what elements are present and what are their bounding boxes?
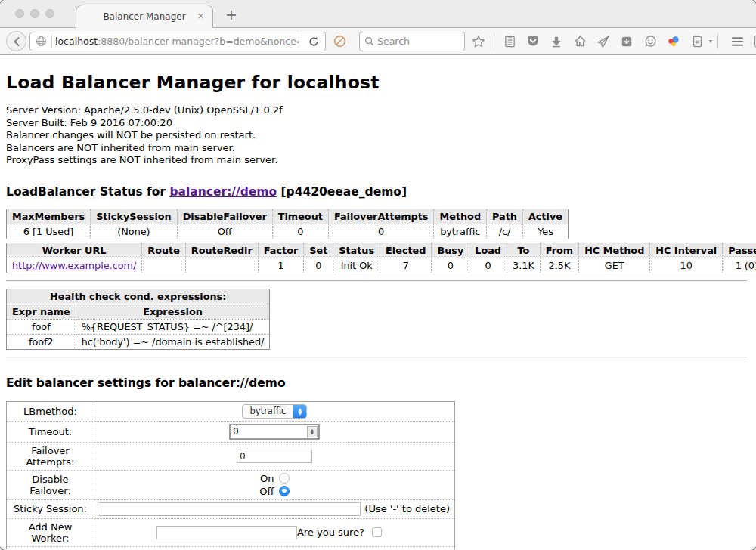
apps-grid-icon[interactable] xyxy=(751,32,756,51)
radio-on[interactable] xyxy=(279,473,290,484)
health-table-title: Health check cond. expressions: xyxy=(7,289,270,304)
timeout-cell: ▲▼ xyxy=(94,421,454,442)
timeout-label: Timeout: xyxy=(7,421,94,442)
balancer-column-header: MaxMembers xyxy=(7,209,91,224)
lbmethod-select[interactable]: bytraffic ▲▼ xyxy=(242,404,308,419)
radio-off-label: Off xyxy=(259,486,274,497)
feedback-smiley-icon[interactable] xyxy=(640,32,660,51)
failover-attempts-input[interactable] xyxy=(237,450,312,463)
worker-cell: 0 xyxy=(432,258,469,273)
zoom-window-button[interactable] xyxy=(45,9,54,18)
radio-off[interactable] xyxy=(279,486,290,496)
downloads-icon[interactable] xyxy=(547,32,566,51)
number-spinner-icon[interactable]: ▲▼ xyxy=(307,426,318,437)
home-icon[interactable] xyxy=(570,32,590,51)
status-heading-prefix: LoadBalancer Status for xyxy=(6,185,169,199)
notebook-icon[interactable] xyxy=(687,32,707,51)
worker-cell: 7 xyxy=(380,258,432,273)
sticky-session-hint: (Use '-' to delete) xyxy=(364,503,451,514)
site-identity-globe-icon[interactable] xyxy=(33,32,48,51)
add-worker-label: Add New Worker: xyxy=(7,518,94,546)
new-tab-button[interactable]: + xyxy=(225,6,237,23)
worker-url-link[interactable]: http://www.example.com/ xyxy=(12,260,136,271)
worker-column-header: RouteRedir xyxy=(185,243,258,258)
page-title: Load Balancer Manager for localhost xyxy=(6,72,747,93)
bookmark-star-icon[interactable] xyxy=(469,32,488,51)
url-bar[interactable]: localhost:8880/balancer-manager?b=demo&n… xyxy=(29,32,326,51)
health-column-header: Expression xyxy=(76,304,270,319)
worker-cell: 3.1K xyxy=(507,258,541,273)
worker-cell: 2.5K xyxy=(540,258,578,273)
balancer-demo-link[interactable]: balancer://demo xyxy=(169,185,277,199)
sticky-session-cell: (Use '-' to delete) xyxy=(94,499,454,518)
close-window-button[interactable] xyxy=(15,9,24,18)
balancer-cell: 6 [1 Used] xyxy=(7,224,91,239)
balancer-column-header: StickySession xyxy=(91,209,178,224)
loadbalancer-status-heading: LoadBalancer Status for balancer://demo … xyxy=(6,185,747,199)
urlbar-separator xyxy=(302,35,302,48)
worker-column-header: Status xyxy=(333,243,380,258)
sticky-session-label: Sticky Session: xyxy=(7,499,94,518)
minimize-window-button[interactable] xyxy=(30,9,39,18)
notebook-dropdown-caret-icon[interactable]: ▾ xyxy=(709,38,712,45)
window-controls xyxy=(15,9,54,18)
color-dots-icon[interactable] xyxy=(664,32,683,51)
submit-button[interactable]: Submit xyxy=(207,549,255,550)
worker-column-header: Elected xyxy=(380,243,432,258)
worker-table: Worker URLRouteRouteRedirFactorSetStatus… xyxy=(6,243,756,273)
submit-cell: Submit xyxy=(7,546,455,549)
save-box-icon[interactable] xyxy=(617,32,637,51)
reload-icon[interactable] xyxy=(305,32,322,51)
health-table-header-row: Expr name Expression xyxy=(7,304,270,319)
worker-cell: 10 xyxy=(650,258,723,273)
tab-close-icon[interactable]: × xyxy=(197,11,205,21)
server-info-line: Server Built: Feb 9 2016 07:00:20 xyxy=(6,117,747,130)
divider xyxy=(6,280,747,282)
edit-balancer-form: LBmethod: bytraffic ▲▼ Timeout: ▲▼ xyxy=(6,401,455,550)
balancer-column-header: FailoverAttempts xyxy=(328,209,434,224)
are-you-sure-checkbox[interactable] xyxy=(372,527,382,537)
balancer-column-header: Method xyxy=(434,209,487,224)
disable-failover-row: Disable Failover: On Off xyxy=(7,470,455,499)
search-input[interactable] xyxy=(377,36,445,47)
worker-column-header: Worker URL xyxy=(7,243,142,258)
worker-column-header: Route xyxy=(142,243,186,258)
balancer-column-header: Timeout xyxy=(272,209,328,224)
pocket-icon[interactable] xyxy=(523,32,543,51)
timeout-input-wrap: ▲▼ xyxy=(229,424,320,440)
failover-attempts-row: Failover Attempts: xyxy=(7,442,455,470)
url-path: :8880/balancer-manager?b=demo&nonce=decc… xyxy=(98,36,299,47)
url-text[interactable]: localhost:8880/balancer-manager?b=demo&n… xyxy=(55,36,299,47)
tab-bar: Balancer Manager × + xyxy=(0,0,756,27)
balancer-status-table: MaxMembersStickySessionDisableFailoverTi… xyxy=(6,209,569,239)
worker-column-header: Load xyxy=(469,243,507,258)
content-blocker-icon[interactable] xyxy=(330,32,349,51)
search-icon xyxy=(364,36,374,46)
worker-column-header: Busy xyxy=(432,243,469,258)
sticky-session-input[interactable] xyxy=(98,502,361,516)
back-button[interactable] xyxy=(6,31,26,51)
navigation-toolbar: localhost:8880/balancer-manager?b=demo&n… xyxy=(0,27,756,55)
health-column-header: Expr name xyxy=(7,304,76,319)
timeout-input[interactable] xyxy=(231,425,306,438)
menu-hamburger-icon[interactable] xyxy=(727,32,747,51)
worker-column-header: Set xyxy=(304,243,333,258)
search-bar[interactable] xyxy=(359,32,465,51)
worker-table-header-row: Worker URLRouteRouteRedirFactorSetStatus… xyxy=(7,243,756,258)
worker-column-header: Factor xyxy=(258,243,303,258)
add-worker-input[interactable] xyxy=(156,526,297,539)
url-domain: localhost xyxy=(55,36,98,47)
lbmethod-label: LBmethod: xyxy=(7,401,94,421)
health-table-row: foof2 hc('body') =~ /domain is establish… xyxy=(7,334,270,349)
worker-column-header: HC Interval xyxy=(650,243,723,258)
submit-row: Submit xyxy=(7,546,455,549)
lbmethod-selected-value: bytraffic xyxy=(243,406,294,416)
worker-cell: GET xyxy=(579,258,650,273)
worker-cell: 1 xyxy=(258,258,303,273)
worker-cell: 0 xyxy=(469,258,507,273)
health-check-table: Health check cond. expressions: Expr nam… xyxy=(6,289,270,350)
send-icon[interactable] xyxy=(593,32,613,51)
balancer-table-header-row: MaxMembersStickySessionDisableFailoverTi… xyxy=(7,209,569,224)
clipboard-icon[interactable] xyxy=(500,32,519,51)
tab-balancer-manager[interactable]: Balancer Manager × xyxy=(76,5,213,28)
